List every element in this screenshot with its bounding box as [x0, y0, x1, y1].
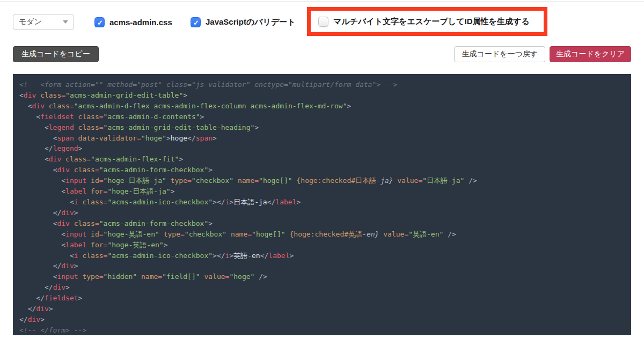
multibyte-escape-highlight: マルチバイト文字をエスケープしてID属性を生成する	[307, 7, 547, 36]
right-action-buttons: 生成コードを一つ戻す 生成コードをクリア	[454, 46, 631, 62]
checkmark-icon: ✓	[191, 18, 201, 28]
code-line: </legend>	[19, 143, 625, 154]
undo-generated-code-button[interactable]: 生成コードを一つ戻す	[454, 46, 545, 62]
code-line: <input id="hoge-英語-en" type="checkbox" n…	[19, 229, 625, 240]
checkbox-acms-admin-css[interactable]: ✓ acms-admin.css	[94, 14, 172, 30]
code-line: </div>	[19, 304, 625, 314]
code-line: <div class="acms-admin-grid-edit-table">	[19, 90, 625, 101]
code-block[interactable]: <!-- <form action="" method="post" class…	[13, 74, 631, 335]
code-line: <fieldset class="acms-admin-d-contents">	[19, 112, 625, 122]
top-divider	[0, 1, 644, 2]
code-line: </div>	[19, 282, 625, 293]
checkbox-multibyte-escape[interactable]: マルチバイト文字をエスケープしてID属性を生成する	[318, 13, 530, 30]
code-line: </div>	[19, 208, 625, 218]
checkbox-icon[interactable]	[318, 17, 328, 27]
code-line: <label for="hoge-英語-en">	[19, 240, 625, 250]
checkbox-icon[interactable]: ✓	[94, 17, 105, 27]
code-line: <span data-validator="hoge">hoge</span>	[19, 133, 625, 144]
code-line: <!-- </form> -->	[19, 325, 625, 335]
code-line: <input id="hoge-日本語-ja" type="checkbox" …	[19, 175, 625, 186]
code-generator-page: モダン ✓ acms-admin.css ✓ JavaScriptのバリデート …	[0, 0, 644, 339]
code-line: <div class="acms-admin-d-flex acms-admin…	[19, 101, 625, 112]
checkbox-label: JavaScriptのバリデート	[206, 17, 296, 27]
code-line: <legend class="acms-admin-grid-edit-tabl…	[19, 122, 625, 133]
code-line: <i class="acms-admin-ico-checkbox"></i>英…	[19, 250, 625, 261]
code-line: <!-- <form action="" method="post" class…	[19, 79, 625, 90]
chevron-down-icon	[63, 20, 68, 24]
code-line: <i class="acms-admin-ico-checkbox"></i>日…	[19, 197, 625, 208]
code-line: <div class="acms-admin-form-checkbox">	[19, 165, 625, 175]
checkbox-js-validate[interactable]: ✓ JavaScriptのバリデート	[191, 14, 296, 30]
clear-generated-code-button[interactable]: 生成コードをクリア	[550, 46, 631, 62]
code-line: </div>	[19, 261, 625, 271]
checkbox-label: acms-admin.css	[109, 18, 172, 27]
checkbox-icon[interactable]: ✓	[191, 17, 201, 27]
code-line: <input type="hidden" name="field[]" valu…	[19, 271, 625, 282]
code-line: </div>	[19, 314, 625, 325]
checkmark-icon: ✓	[95, 18, 105, 28]
checkbox-label: マルチバイト文字をエスケープしてID属性を生成する	[333, 17, 530, 27]
code-line: <div class="acms-admin-form-checkbox">	[19, 218, 625, 229]
code-line: <label for="hoge-日本語-ja">	[19, 186, 625, 197]
code-line: </fieldset>	[19, 293, 625, 304]
style-select-value: モダン	[19, 17, 63, 27]
copy-generated-code-button[interactable]: 生成コードをコピー	[13, 46, 99, 62]
style-select[interactable]: モダン	[13, 14, 74, 30]
code-line: <div class="acms-admin-flex-fit">	[19, 154, 625, 165]
